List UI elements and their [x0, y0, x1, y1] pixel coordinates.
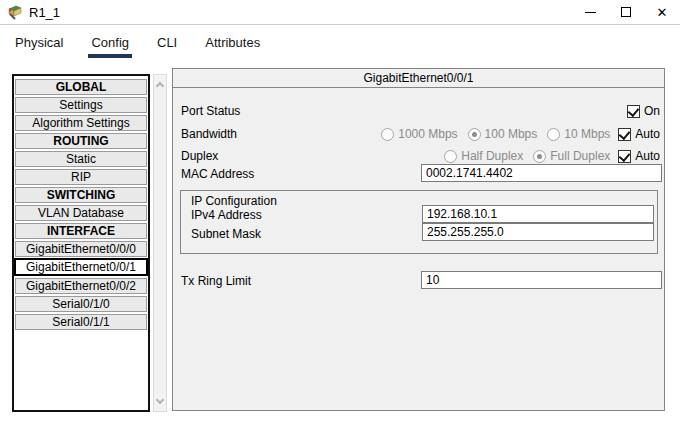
duplex-auto[interactable]: Auto [618, 149, 660, 163]
router-device-icon [7, 4, 23, 20]
tab-config[interactable]: Config [88, 35, 132, 58]
port-status-label: Port Status [181, 104, 240, 118]
interface-panel-title: GigabitEthernet0/0/1 [173, 69, 664, 88]
sidebar-item-gig0-0-0[interactable]: GigabitEthernet0/0/0 [15, 241, 147, 257]
duplex-option-half[interactable]: Half Duplex [444, 149, 523, 163]
title-bar: R1_1 ✕ [0, 0, 680, 25]
minimize-button[interactable] [572, 0, 608, 24]
sidebar-header-interface: INTERFACE [15, 223, 147, 239]
sidebar-scrollbar[interactable] [153, 74, 167, 412]
full-duplex-radio[interactable] [533, 150, 546, 163]
sidebar-item-serial0-1-0[interactable]: Serial0/1/0 [15, 296, 147, 312]
minimize-icon [585, 12, 596, 13]
tab-bar: Physical Config CLI Attributes [0, 25, 680, 62]
bandwidth-option-1000[interactable]: 1000 Mbps [381, 127, 457, 141]
tx-ring-limit-label: Tx Ring Limit [181, 274, 251, 288]
bandwidth-auto-checkbox[interactable] [618, 128, 631, 141]
bandwidth-1000-radio[interactable] [381, 128, 394, 141]
maximize-icon [621, 7, 631, 17]
bandwidth-option-10[interactable]: 10 Mbps [547, 127, 610, 141]
maximize-button[interactable] [608, 0, 644, 24]
close-button[interactable]: ✕ [644, 0, 680, 24]
bandwidth-auto[interactable]: Auto [618, 127, 660, 141]
sidebar-item-gig0-0-2[interactable]: GigabitEthernet0/0/2 [15, 278, 147, 294]
sidebar-item-vlan-database[interactable]: VLAN Database [15, 205, 147, 221]
tab-attributes[interactable]: Attributes [202, 35, 263, 58]
port-status-row: Port Status On [181, 102, 660, 120]
close-icon: ✕ [657, 6, 668, 19]
sidebar-header-routing: ROUTING [15, 133, 147, 149]
ip-configuration-group: IP Configuration IPv4 Address Subnet Mas… [180, 190, 658, 254]
tab-cli[interactable]: CLI [154, 35, 180, 58]
sidebar-item-algorithm-settings[interactable]: Algorithm Settings [15, 115, 147, 131]
port-status-checkbox[interactable] [627, 105, 640, 118]
scroll-up-icon[interactable] [156, 82, 164, 90]
window-title: R1_1 [29, 5, 60, 20]
sidebar-item-static[interactable]: Static [15, 151, 147, 167]
tx-ring-limit-input[interactable] [421, 271, 662, 289]
duplex-row: Duplex Half Duplex Full Duplex [181, 147, 660, 165]
sidebar-header-global: GLOBAL [15, 79, 147, 95]
sidebar-item-gig0-0-1[interactable]: GigabitEthernet0/0/1 [14, 258, 148, 276]
subnet-mask-input[interactable] [422, 223, 654, 241]
port-status-on-label: On [644, 104, 660, 118]
config-sidebar: GLOBAL Settings Algorithm Settings ROUTI… [12, 74, 150, 412]
duplex-label: Duplex [181, 149, 218, 163]
sidebar-item-rip[interactable]: RIP [15, 169, 147, 185]
scroll-down-icon[interactable] [156, 396, 164, 404]
bandwidth-label: Bandwidth [181, 127, 237, 141]
tab-physical[interactable]: Physical [12, 35, 66, 58]
bandwidth-option-100[interactable]: 100 Mbps [468, 127, 538, 141]
mac-address-label: MAC Address [181, 167, 254, 181]
sidebar-item-settings[interactable]: Settings [15, 97, 147, 113]
ip-configuration-title: IP Configuration [191, 194, 277, 208]
ipv4-address-input[interactable] [422, 205, 654, 223]
sidebar-item-serial0-1-1[interactable]: Serial0/1/1 [15, 314, 147, 330]
window-controls: ✕ [572, 0, 680, 24]
half-duplex-radio[interactable] [444, 150, 457, 163]
mac-address-input[interactable] [421, 164, 662, 182]
bandwidth-10-radio[interactable] [547, 128, 560, 141]
duplex-auto-checkbox[interactable] [618, 150, 631, 163]
bandwidth-row: Bandwidth 1000 Mbps 100 Mbps [181, 125, 660, 143]
interface-panel: GigabitEthernet0/0/1 Port Status On Band… [172, 68, 665, 411]
config-content: GLOBAL Settings Algorithm Settings ROUTI… [0, 62, 680, 433]
subnet-mask-label: Subnet Mask [191, 227, 261, 241]
sidebar-header-switching: SWITCHING [15, 187, 147, 203]
ipv4-address-label: IPv4 Address [191, 208, 262, 222]
bandwidth-100-radio[interactable] [468, 128, 481, 141]
duplex-option-full[interactable]: Full Duplex [533, 149, 610, 163]
